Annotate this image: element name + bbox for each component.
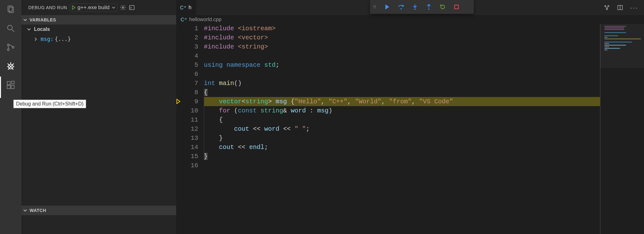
code-line[interactable]: int main() bbox=[204, 79, 644, 88]
code-line[interactable]: { bbox=[204, 115, 644, 124]
svg-rect-20 bbox=[12, 81, 14, 84]
line-number: 7 bbox=[182, 79, 198, 88]
svg-point-33 bbox=[606, 9, 608, 10]
search-icon[interactable] bbox=[5, 23, 16, 34]
svg-line-10 bbox=[13, 64, 14, 65]
chevron-right-icon bbox=[34, 37, 37, 41]
step-into-button[interactable] bbox=[412, 3, 418, 10]
breadcrumb[interactable]: C⁺ helloworld.cpp bbox=[176, 15, 644, 24]
line-number: 10 bbox=[182, 106, 198, 115]
source-control-icon[interactable] bbox=[5, 42, 16, 53]
start-debug-icon[interactable] bbox=[71, 5, 76, 10]
svg-point-4 bbox=[8, 44, 9, 46]
svg-marker-21 bbox=[72, 6, 75, 9]
line-number: 4 bbox=[182, 51, 198, 60]
line-number: 1 bbox=[182, 24, 198, 33]
svg-point-22 bbox=[122, 7, 124, 9]
code-line[interactable]: { bbox=[204, 88, 644, 97]
tab-label: h bbox=[189, 5, 192, 10]
svg-rect-23 bbox=[130, 5, 134, 9]
code-line[interactable]: using namespace std; bbox=[204, 60, 644, 70]
extensions-icon[interactable] bbox=[5, 79, 16, 91]
code-line[interactable] bbox=[204, 70, 644, 79]
line-number: 14 bbox=[182, 143, 198, 152]
watch-section-header[interactable]: WATCH bbox=[21, 206, 176, 215]
breadcrumb-filename: helloworld.cpp bbox=[189, 17, 221, 22]
svg-rect-19 bbox=[11, 85, 14, 88]
line-number: 16 bbox=[182, 161, 198, 170]
cpp-file-icon: C⁺ bbox=[180, 5, 186, 11]
variable-value: {...} bbox=[55, 36, 71, 42]
svg-point-2 bbox=[8, 25, 12, 30]
continue-button[interactable] bbox=[384, 3, 391, 10]
sidebar-title: DEBUG AND RUN bbox=[28, 5, 67, 10]
locals-scope[interactable]: Locals bbox=[21, 25, 176, 34]
restart-button[interactable] bbox=[439, 3, 446, 10]
code-line[interactable]: cout << word << " "; bbox=[204, 124, 644, 134]
code-line[interactable]: #include <iostream> bbox=[204, 24, 644, 33]
svg-line-9 bbox=[8, 64, 9, 65]
svg-point-27 bbox=[414, 9, 416, 10]
code-line[interactable]: } bbox=[204, 134, 644, 143]
line-number: 8 bbox=[182, 88, 198, 97]
variables-label: VARIABLES bbox=[30, 17, 56, 22]
svg-point-25 bbox=[400, 8, 402, 9]
step-out-button[interactable] bbox=[425, 3, 432, 10]
gear-icon[interactable] bbox=[120, 4, 126, 11]
stop-button[interactable] bbox=[453, 3, 460, 10]
svg-rect-0 bbox=[8, 6, 12, 12]
launch-config-selector[interactable]: g++.exe build bbox=[70, 3, 117, 12]
debug-toolbar[interactable]: ⠿ bbox=[370, 0, 474, 14]
code-line[interactable]: for (const string& word : msg) bbox=[204, 106, 644, 115]
debug-sidebar: DEBUG AND RUN g++.exe build VARIABLES Lo… bbox=[21, 0, 176, 234]
active-indicator bbox=[0, 77, 1, 98]
code-line[interactable] bbox=[204, 97, 644, 106]
step-over-button[interactable] bbox=[398, 3, 405, 10]
chevron-down-icon bbox=[23, 208, 27, 212]
activity-bar: Debug and Run (Ctrl+Shift+D) bbox=[0, 0, 21, 234]
code-line[interactable]: cout << endl; bbox=[204, 143, 644, 152]
code-line[interactable]: } bbox=[204, 152, 644, 161]
minimap[interactable] bbox=[600, 24, 644, 234]
watch-label: WATCH bbox=[30, 208, 46, 213]
svg-line-14 bbox=[12, 68, 13, 70]
code-editor[interactable]: 12345678910111213141516 #include <iostre… bbox=[176, 24, 644, 234]
split-editor-icon[interactable] bbox=[617, 4, 623, 11]
svg-point-5 bbox=[8, 49, 9, 51]
more-actions-icon[interactable]: ··· bbox=[630, 4, 638, 11]
svg-rect-18 bbox=[7, 85, 10, 88]
activity-tooltip: Debug and Run (Ctrl+Shift+D) bbox=[13, 100, 86, 108]
line-number: 6 bbox=[182, 70, 198, 79]
line-number: 11 bbox=[182, 115, 198, 124]
svg-line-3 bbox=[12, 30, 14, 32]
compare-icon[interactable] bbox=[604, 4, 610, 11]
drag-handle-icon[interactable]: ⠿ bbox=[373, 5, 377, 9]
cpp-file-icon: C⁺ bbox=[181, 17, 187, 23]
chevron-down-icon bbox=[23, 18, 27, 22]
variables-section-header[interactable]: VARIABLES bbox=[21, 15, 176, 25]
svg-rect-17 bbox=[7, 82, 10, 85]
svg-rect-1 bbox=[9, 7, 14, 13]
chevron-down-icon[interactable] bbox=[112, 6, 115, 9]
variable-row-msg[interactable]: msg: {...} bbox=[21, 34, 176, 44]
glyph-margin bbox=[176, 24, 182, 234]
line-number: 5 bbox=[182, 60, 198, 70]
svg-marker-24 bbox=[385, 4, 389, 9]
current-execution-glyph[interactable] bbox=[176, 99, 181, 104]
explorer-icon[interactable] bbox=[5, 4, 16, 15]
line-number: 15 bbox=[182, 152, 198, 161]
svg-point-29 bbox=[428, 9, 429, 10]
config-name: g++.exe build bbox=[77, 4, 109, 11]
svg-rect-30 bbox=[455, 5, 458, 9]
code-line[interactable]: #include <vector> bbox=[204, 33, 644, 42]
line-number-gutter: 12345678910111213141516 bbox=[182, 24, 204, 234]
watch-body bbox=[21, 215, 176, 234]
run-debug-icon[interactable] bbox=[5, 60, 16, 72]
code-content[interactable]: #include <iostream>#include <vector>#inc… bbox=[204, 24, 644, 234]
code-line[interactable]: #include <string> bbox=[204, 42, 644, 51]
code-line[interactable] bbox=[204, 51, 644, 60]
debug-console-icon[interactable] bbox=[129, 4, 135, 11]
tab-helloworld[interactable]: C⁺ h bbox=[176, 0, 197, 15]
chevron-down-icon bbox=[27, 27, 31, 31]
svg-line-13 bbox=[8, 68, 9, 70]
